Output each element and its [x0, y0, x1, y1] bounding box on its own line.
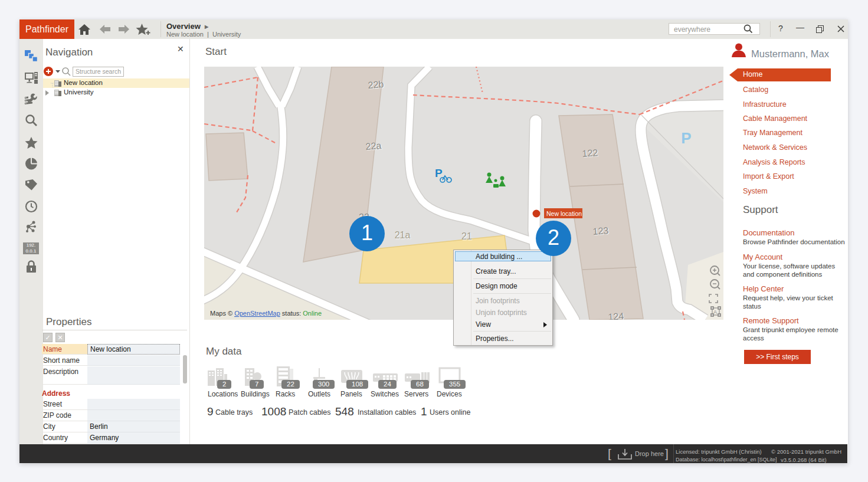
svg-text:122: 122	[582, 147, 598, 159]
svg-text:Maps © OpenStreetMap status:: Maps © OpenStreetMap status: Online	[210, 310, 322, 317]
svg-text:22b: 22b	[368, 79, 384, 90]
svg-text:P: P	[681, 129, 691, 147]
svg-text:22a: 22a	[365, 140, 382, 152]
svg-text:124: 124	[608, 311, 624, 320]
svg-text:New location: New location	[546, 210, 582, 217]
svg-text:21: 21	[461, 231, 472, 241]
svg-text:21a: 21a	[395, 230, 411, 240]
svg-text:123: 123	[592, 225, 609, 237]
svg-text:A: A	[713, 309, 717, 315]
